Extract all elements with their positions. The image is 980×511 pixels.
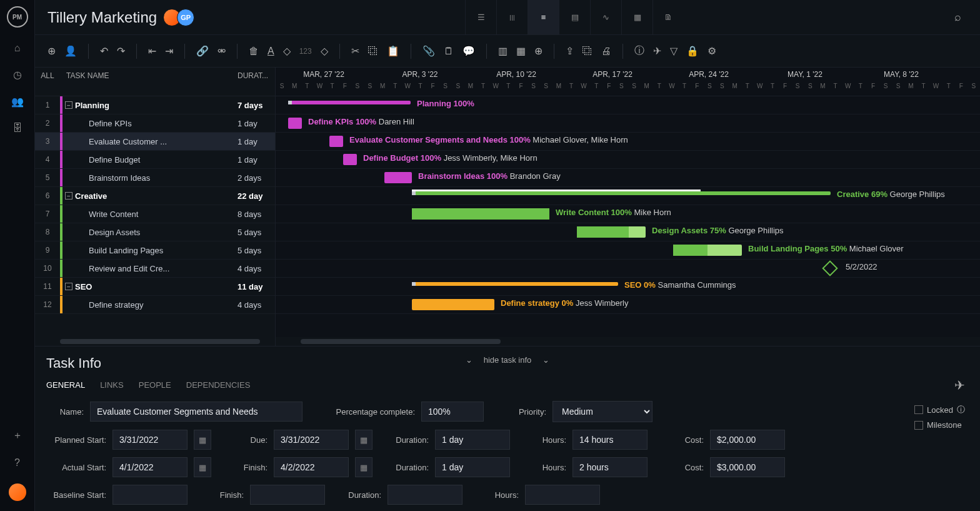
milestone-icon[interactable]: ◇ <box>321 45 328 57</box>
send-icon[interactable]: ✈ <box>954 378 965 393</box>
print-icon[interactable]: 🖨 <box>601 46 611 57</box>
view-calendar-icon[interactable]: ▦ <box>621 0 652 35</box>
hide-task-info[interactable]: ⌄ hide task info ⌄ <box>466 355 550 365</box>
send-icon[interactable]: ✈ <box>653 45 661 57</box>
export-icon[interactable]: ⇪ <box>566 45 574 57</box>
view-sheet-icon[interactable]: ▤ <box>559 0 590 35</box>
clone-icon[interactable]: ⿻ <box>582 46 592 57</box>
h-scrollbar[interactable] <box>35 337 275 346</box>
view-board-icon[interactable]: ⫼ <box>496 0 528 35</box>
trash-icon[interactable]: 🗑 <box>249 46 259 57</box>
hours2-input[interactable] <box>572 457 648 477</box>
gantt-row[interactable]: Define Budget 100% Jess Wimberly, Mike H… <box>276 151 980 169</box>
task-row[interactable]: 4 Define Budget 1 day <box>35 151 275 169</box>
task-row[interactable]: 2 Define KPIs 1 day <box>35 114 275 133</box>
duration-input[interactable] <box>435 430 510 450</box>
task-row[interactable]: 9 Build Landing Pages 5 days <box>35 241 275 260</box>
task-row[interactable]: 5 Brainstorm Ideas 2 days <box>35 169 275 187</box>
gantt-row[interactable]: Planning 100% <box>276 96 980 114</box>
view-activity-icon[interactable]: ∿ <box>590 0 621 35</box>
home-icon[interactable]: ⌂ <box>14 43 21 54</box>
task-row[interactable]: 7 Write Content 8 days <box>35 205 275 223</box>
locked-checkbox[interactable]: Locked ⓘ <box>914 404 965 415</box>
task-row[interactable]: 12 Define strategy 4 days <box>35 296 275 314</box>
view-files-icon[interactable]: 🗎 <box>652 0 684 35</box>
baseline-duration-input[interactable] <box>388 485 462 505</box>
briefcase-icon[interactable]: 🗄 <box>12 123 22 134</box>
gantt-row[interactable]: SEO 0% Samantha Cummings <box>276 278 980 296</box>
gantt-row[interactable]: Brainstorm Ideas 100% Brandon Gray <box>276 169 980 187</box>
pct-complete-input[interactable] <box>421 402 484 422</box>
outdent-icon[interactable]: ⇤ <box>148 45 156 57</box>
task-row[interactable]: 6 −Creative 22 day <box>35 187 275 205</box>
redo-icon[interactable]: ↷ <box>117 45 125 57</box>
add-user-icon[interactable]: 👤 <box>64 45 77 57</box>
gantt-row[interactable]: Define KPIs 100% Daren Hill <box>276 114 980 133</box>
filter-icon[interactable]: ▽ <box>670 45 678 57</box>
comment-icon[interactable]: 💬 <box>462 45 475 57</box>
recent-icon[interactable]: ◷ <box>13 69 22 81</box>
font-icon[interactable]: A <box>268 46 274 57</box>
user-avatar[interactable] <box>9 483 26 501</box>
calendar-icon[interactable]: ▦ <box>355 430 372 450</box>
paste-icon[interactable]: 📋 <box>387 45 399 57</box>
unlink-icon[interactable]: ⚮ <box>218 45 226 57</box>
duration2-input[interactable] <box>435 457 510 477</box>
tab-links[interactable]: LINKS <box>100 380 124 390</box>
help-icon[interactable]: ? <box>14 457 20 468</box>
finish-input[interactable] <box>274 457 349 477</box>
due-input[interactable] <box>274 430 349 450</box>
note-icon[interactable]: 🗒 <box>444 46 454 57</box>
task-row[interactable]: 8 Design Assets 5 days <box>35 223 275 241</box>
undo-icon[interactable]: ↶ <box>100 45 108 57</box>
gantt-row[interactable]: Write Content 100% Mike Horn <box>276 205 980 223</box>
link-icon[interactable]: 🔗 <box>196 45 209 57</box>
add-icon[interactable]: ＋ <box>12 429 22 442</box>
view-list-icon[interactable]: ☰ <box>465 0 496 35</box>
lock-icon[interactable]: 🔒 <box>686 45 699 57</box>
columns-icon[interactable]: ▥ <box>498 45 508 57</box>
search-icon[interactable]: ⌕ <box>954 11 961 23</box>
calendar-icon[interactable]: ▦ <box>194 430 211 450</box>
gantt-row[interactable]: Creative 69% George Phillips <box>276 187 980 205</box>
task-row[interactable]: 3 Evaluate Customer ... 1 day <box>35 133 275 151</box>
priority-select[interactable]: Medium <box>552 401 652 422</box>
gantt-row[interactable]: Design Assets 75% George Phillips <box>276 223 980 241</box>
baseline-finish-input[interactable] <box>250 485 325 505</box>
col-all[interactable]: ALL <box>35 71 60 80</box>
info-icon[interactable]: ⓘ <box>634 44 644 58</box>
gantt-row[interactable]: 5/2/2022 <box>276 260 980 278</box>
actual-start-input[interactable] <box>112 457 188 477</box>
calendar-icon[interactable]: ▦ <box>194 457 211 477</box>
hours-input[interactable] <box>572 430 648 450</box>
gantt-row[interactable]: Define strategy 0% Jess Wimberly <box>276 296 980 314</box>
gantt-row[interactable]: Evaluate Customer Segments and Needs 100… <box>276 133 980 151</box>
settings-icon[interactable]: ⚙ <box>708 45 716 57</box>
grid-icon[interactable]: ▦ <box>516 45 526 57</box>
baseline-hours-input[interactable] <box>525 485 600 505</box>
col-task-name[interactable]: TASK NAME <box>60 71 238 80</box>
calendar-icon[interactable]: ▦ <box>355 457 372 477</box>
tab-general[interactable]: GENERAL <box>46 380 85 390</box>
indent-icon[interactable]: ⇥ <box>165 45 173 57</box>
task-name-input[interactable] <box>90 402 302 422</box>
milestone-checkbox[interactable]: Milestone <box>914 420 965 430</box>
cost-input[interactable] <box>710 430 785 450</box>
col-duration[interactable]: DURAT... <box>238 71 275 80</box>
planned-start-input[interactable] <box>112 430 188 450</box>
info-icon[interactable]: ⓘ <box>957 404 965 415</box>
add-task-icon[interactable]: ⊕ <box>48 45 56 57</box>
view-gantt-icon[interactable]: ≡ <box>528 0 559 35</box>
tab-people[interactable]: PEOPLE <box>139 380 171 390</box>
member-avatar[interactable]: GP <box>177 9 194 26</box>
h-scrollbar-gantt[interactable] <box>276 337 980 346</box>
attachment-icon[interactable]: 📎 <box>422 45 435 57</box>
tag-icon[interactable]: ◇ <box>283 45 291 57</box>
cut-icon[interactable]: ✂ <box>351 45 359 57</box>
task-row[interactable]: 10 Review and Edit Cre... 4 days <box>35 260 275 278</box>
copy-icon[interactable]: ⿻ <box>368 46 378 57</box>
cost2-input[interactable] <box>710 457 785 477</box>
tab-dependencies[interactable]: DEPENDENCIES <box>186 380 251 390</box>
task-row[interactable]: 11 −SEO 11 day <box>35 278 275 296</box>
task-row[interactable]: 1 −Planning 7 days <box>35 96 275 114</box>
